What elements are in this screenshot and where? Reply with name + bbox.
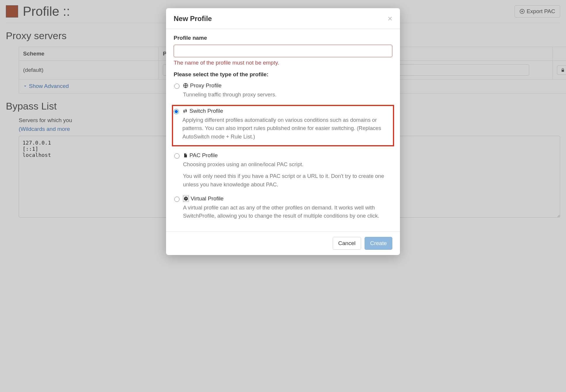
close-icon[interactable]: × [388, 15, 392, 23]
file-icon [183, 153, 188, 158]
type-desc-proxy: Tunneling traffic through proxy servers. [183, 91, 392, 99]
radio-switch-profile[interactable] [174, 109, 179, 114]
type-desc-switch: Applying different profiles automaticall… [182, 116, 392, 141]
type-option-proxy[interactable]: Proxy Profile Tunneling traffic through … [174, 82, 392, 100]
modal-title: New Profile [174, 15, 212, 23]
profile-name-label: Profile name [174, 35, 392, 41]
profile-name-error: The name of the profile must not be empt… [174, 60, 392, 66]
type-title-virtual: Virtual Profile [191, 195, 224, 202]
radio-virtual-profile[interactable] [174, 197, 180, 202]
type-desc-virtual: A virtual profile can act as any of the … [183, 204, 392, 220]
new-profile-modal: New Profile × Profile name The name of t… [166, 8, 400, 223]
type-option-virtual[interactable]: ? Virtual Profile A virtual profile can … [174, 195, 392, 221]
retweet-icon [182, 108, 188, 114]
svg-text:?: ? [185, 197, 187, 200]
radio-pac-profile[interactable] [174, 153, 180, 159]
modal-backdrop: New Profile × Profile name The name of t… [0, 0, 566, 223]
type-desc-pac-2: You will only need this if you have a PA… [183, 172, 392, 189]
type-title-switch: Switch Profile [189, 108, 223, 114]
profile-type-label: Please select the type of the profile: [174, 71, 392, 78]
type-title-pac: PAC Profile [189, 152, 218, 159]
question-circle-icon: ? [183, 196, 189, 202]
type-title-proxy: Proxy Profile [190, 82, 222, 89]
globe-icon [183, 83, 188, 88]
type-option-switch[interactable]: Switch Profile Applying different profil… [172, 105, 394, 146]
type-desc-pac-1: Choosing proxies using an online/local P… [183, 160, 392, 169]
type-option-pac[interactable]: PAC Profile Choosing proxies using an on… [174, 152, 392, 190]
profile-name-input[interactable] [174, 45, 392, 57]
radio-proxy-profile[interactable] [174, 84, 180, 89]
